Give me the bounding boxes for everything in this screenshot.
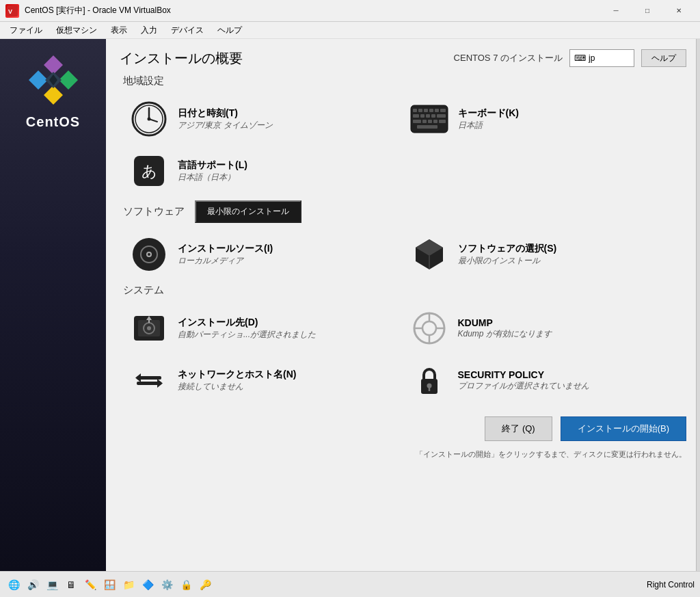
svg-rect-25 xyxy=(413,120,421,123)
language-subtitle: 日本語（日本） xyxy=(178,172,247,183)
software-select-item[interactable]: ソフトウェアの選択(S) 最小限のインストール xyxy=(403,228,684,280)
window-title: CentOS [実行中] - Oracle VM VirtualBox xyxy=(25,5,600,16)
keyboard-subtitle: 日本語 xyxy=(458,120,519,131)
svg-rect-24 xyxy=(437,114,446,118)
header-right: CENTOS 7 のインストール ⌨ ヘルプ xyxy=(454,49,686,67)
svg-point-12 xyxy=(148,118,151,121)
region-section-title: 地域設定 xyxy=(123,75,683,88)
help-button[interactable]: ヘルプ xyxy=(641,49,686,67)
security-title: SECURITY POLICY xyxy=(458,369,589,380)
content-header: インストールの概要 CENTOS 7 のインストール ⌨ ヘルプ xyxy=(106,39,700,75)
keyboard-item[interactable]: キーボード(K) 日本語 xyxy=(403,93,684,145)
system-section-title: システム xyxy=(123,284,683,297)
menu-file[interactable]: ファイル xyxy=(3,23,49,38)
install-dest-item[interactable]: インストール先(D) 自動パーティショ...が選択されました xyxy=(123,302,403,354)
install-dest-title: インストール先(D) xyxy=(178,317,316,329)
close-button[interactable]: ✕ xyxy=(663,0,695,22)
svg-rect-17 xyxy=(429,109,433,112)
exit-button[interactable]: 終了 (Q) xyxy=(485,416,552,441)
menu-view[interactable]: 表示 xyxy=(104,23,134,38)
security-subtitle: プロファイルが選択されていません xyxy=(458,380,589,392)
datetime-text: 日付と時刻(T) アジア/東京 タイムゾーン xyxy=(178,107,273,131)
menu-help[interactable]: ヘルプ xyxy=(211,23,249,38)
menu-input[interactable]: 入力 xyxy=(134,23,164,38)
svg-marker-2 xyxy=(44,55,63,75)
footer-buttons: 終了 (Q) インストールの開始(B) xyxy=(120,416,686,441)
search-box: ⌨ xyxy=(569,49,634,67)
kdump-text: KDUMP Kdump が有効になります xyxy=(458,317,552,340)
network-item[interactable]: ネットワークとホスト名(N) 接続していません xyxy=(123,354,403,406)
network-subtitle: 接続していません xyxy=(178,381,296,393)
software-select-title: ソフトウェアの選択(S) xyxy=(458,243,557,255)
titlebar: V CentOS [実行中] - Oracle VM VirtualBox ─ … xyxy=(0,0,700,22)
security-text: SECURITY POLICY プロファイルが選択されていません xyxy=(458,369,589,392)
shield-status-icon: 🔒 xyxy=(178,576,194,593)
footer: 終了 (Q) インストールの開始(B) 「インストールの開始」をクリックするまで… xyxy=(106,410,700,466)
software-section: ソフトウェア 最小限のインストール インストールソース(I xyxy=(106,200,700,280)
svg-rect-27 xyxy=(428,120,432,123)
right-control-label: Right Control xyxy=(647,580,695,589)
svg-rect-22 xyxy=(426,114,430,118)
svg-rect-20 xyxy=(413,114,419,118)
keyboard-icon: ⌨ xyxy=(574,53,586,63)
security-item[interactable]: SECURITY POLICY プロファイルが選択されていません xyxy=(403,354,684,406)
datetime-subtitle: アジア/東京 タイムゾーン xyxy=(178,120,273,131)
network-title: ネットワークとホスト名(N) xyxy=(178,369,296,381)
maximize-button[interactable]: □ xyxy=(632,0,663,22)
datetime-item[interactable]: 日付と時刻(T) アジア/東京 タイムゾーン xyxy=(123,93,403,145)
install-source-title: インストールソース(I) xyxy=(178,243,273,255)
footer-note: 「インストールの開始」をクリックするまで、ディスクに変更は行われません。 xyxy=(120,449,686,460)
system-section: システム xyxy=(106,284,700,406)
network-icon xyxy=(130,361,168,399)
key-icon: 🔑 xyxy=(197,576,213,593)
install-source-text: インストールソース(I) ローカルメディア xyxy=(178,243,273,267)
language-icon: あ xyxy=(130,152,168,190)
install-button[interactable]: インストールの開始(B) xyxy=(561,416,686,441)
network-status-icon: 🌐 xyxy=(5,576,22,593)
vm-icon1: 💻 xyxy=(44,576,60,593)
install-dest-text: インストール先(D) 自動パーティショ...が選択されました xyxy=(178,317,316,341)
security-icon xyxy=(410,361,448,399)
window-icon: 🪟 xyxy=(101,576,118,593)
kdump-item[interactable]: KDUMP Kdump が有効になります xyxy=(403,302,684,354)
svg-marker-4 xyxy=(44,85,63,105)
install-source-item[interactable]: インストールソース(I) ローカルメディア xyxy=(123,228,403,280)
keyboard-text: キーボード(K) 日本語 xyxy=(458,107,519,131)
centos-logo xyxy=(26,53,81,107)
svg-point-36 xyxy=(148,253,150,256)
minimize-button[interactable]: ─ xyxy=(600,0,632,22)
keyboard-icon-item xyxy=(410,100,448,138)
svg-rect-26 xyxy=(422,120,427,123)
svg-rect-21 xyxy=(420,114,425,118)
language-item[interactable]: あ 言語サポート(L) 日本語（日本） xyxy=(123,145,403,197)
svg-marker-5 xyxy=(29,70,48,90)
kdump-icon xyxy=(410,309,448,347)
menu-vm[interactable]: 仮想マシン xyxy=(49,23,104,38)
install-dest-subtitle: 自動パーティショ...が選択されました xyxy=(178,329,316,341)
svg-marker-3 xyxy=(59,70,78,90)
software-select-text: ソフトウェアの選択(S) 最小限のインストール xyxy=(458,243,557,267)
software-header: ソフトウェア 最小限のインストール xyxy=(123,200,683,223)
svg-text:あ: あ xyxy=(142,163,157,180)
svg-point-57 xyxy=(427,384,431,388)
svg-rect-14 xyxy=(413,109,417,112)
kdump-title: KDUMP xyxy=(458,317,552,328)
app-icon: V xyxy=(5,4,19,18)
search-input[interactable] xyxy=(589,53,630,63)
svg-rect-28 xyxy=(433,120,438,123)
scrollbar[interactable] xyxy=(696,39,700,571)
datetime-icon xyxy=(130,100,168,138)
software-items-grid: インストールソース(I) ローカルメディア xyxy=(123,228,683,280)
content-area: インストールの概要 CENTOS 7 のインストール ⌨ ヘルプ 地域設定 xyxy=(106,39,700,571)
page-title: インストールの概要 xyxy=(120,49,243,68)
svg-rect-18 xyxy=(435,109,439,112)
svg-point-47 xyxy=(422,321,436,335)
install-source-subtitle: ローカルメディア xyxy=(178,255,273,267)
menu-devices[interactable]: デバイス xyxy=(164,23,211,38)
svg-rect-19 xyxy=(440,109,446,112)
svg-text:V: V xyxy=(8,8,12,15)
software-select-icon xyxy=(410,235,448,274)
svg-rect-30 xyxy=(417,125,438,129)
minimal-install-badge[interactable]: 最小限のインストール xyxy=(195,200,301,223)
region-section: 地域設定 日付と時刻(T) アジア xyxy=(106,75,700,197)
